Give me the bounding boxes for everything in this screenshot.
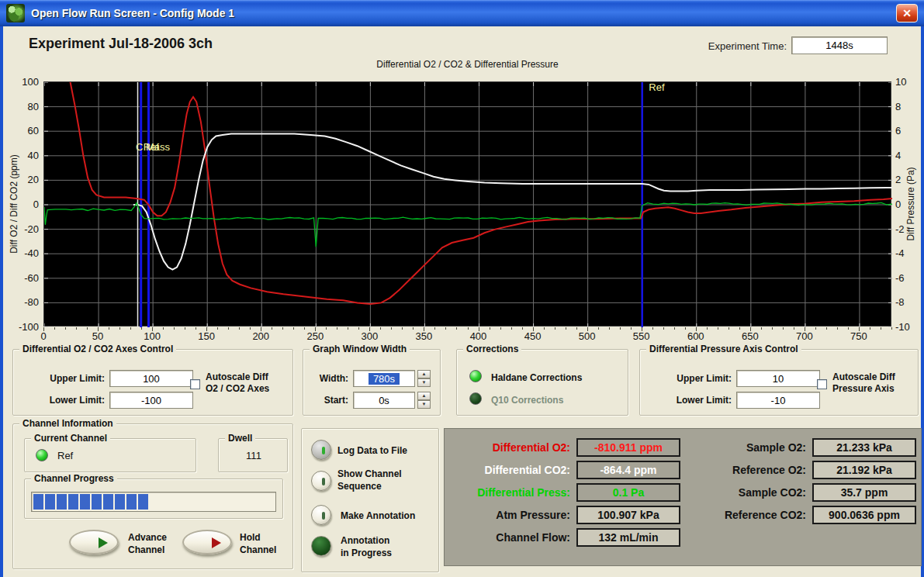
y-right-tick-label: 8 xyxy=(895,101,922,112)
progress-segment xyxy=(68,494,78,510)
x-minor-tick xyxy=(533,327,534,331)
readout-label: Reference CO2: xyxy=(677,509,806,521)
readout-value: 21.233 kPa xyxy=(812,438,916,457)
x-minor-tick xyxy=(413,327,414,330)
group-title: Dwell xyxy=(225,433,255,444)
x-minor-tick xyxy=(609,327,610,330)
x-tick-label: 100 xyxy=(137,330,168,342)
x-minor-tick xyxy=(728,327,729,330)
readout-value: 35.7 ppm xyxy=(812,483,916,502)
y-left-tick-label: 100 xyxy=(12,76,39,88)
y-right-tick-label: 4 xyxy=(895,150,922,161)
x-minor-tick xyxy=(837,327,838,330)
lower-limit-label: Lower Limit: xyxy=(646,395,732,406)
close-button[interactable]: ✕ xyxy=(896,4,918,22)
y-right-tick-label: -8 xyxy=(895,296,922,308)
x-minor-tick xyxy=(511,327,512,330)
x-minor-tick xyxy=(555,327,555,330)
x-minor-tick xyxy=(522,327,523,330)
start-spinner[interactable]: ▲ ▼ xyxy=(417,392,431,409)
advance-channel-button[interactable] xyxy=(69,530,119,555)
x-minor-tick xyxy=(250,327,251,330)
titlebar[interactable]: Open Flow Run Screen - Config Mode 1 ✕ xyxy=(0,0,924,26)
x-minor-tick xyxy=(468,327,469,330)
x-minor-tick xyxy=(391,327,392,330)
x-minor-tick xyxy=(174,327,175,330)
x-minor-tick xyxy=(434,327,435,330)
group-title: Differential O2 / CO2 Axes Control xyxy=(19,344,176,354)
x-minor-tick xyxy=(196,327,196,330)
x-minor-tick xyxy=(674,327,675,330)
readout-label: Sample CO2: xyxy=(677,486,806,499)
x-minor-tick xyxy=(870,327,870,330)
x-minor-tick xyxy=(402,327,403,330)
log-data-button[interactable] xyxy=(311,440,331,460)
group-dwell: Dwell 111 xyxy=(218,438,288,472)
experiment-time-field[interactable]: 1448s xyxy=(791,36,888,54)
experiment-time-label: Experiment Time: xyxy=(684,40,787,52)
log-data-label: Log Data to File xyxy=(337,444,407,457)
x-minor-tick xyxy=(479,327,479,331)
width-field[interactable]: 780s xyxy=(353,370,415,387)
upper-limit-field[interactable]: 100 xyxy=(109,370,193,387)
x-minor-tick xyxy=(239,327,240,330)
start-label: Start: xyxy=(310,395,348,406)
hold-channel-button[interactable] xyxy=(182,530,232,555)
window-title: Open Flow Run Screen - Config Mode 1 xyxy=(31,7,234,19)
x-minor-tick xyxy=(348,327,348,330)
x-minor-tick xyxy=(587,327,588,331)
width-spinner[interactable]: ▲ ▼ xyxy=(417,370,431,387)
haldane-corrections-label: Haldane Corrections xyxy=(491,372,582,384)
x-minor-tick xyxy=(707,327,708,330)
spin-up-icon[interactable]: ▲ xyxy=(417,392,431,400)
spin-down-icon[interactable]: ▼ xyxy=(417,400,431,409)
group-current-channel: Current Channel Ref xyxy=(24,438,196,472)
readout-value: -864.4 ppm xyxy=(576,461,680,479)
x-minor-tick xyxy=(228,327,229,330)
progress-segment xyxy=(138,494,148,510)
x-minor-tick xyxy=(315,327,316,331)
show-channel-sequence-button[interactable] xyxy=(311,471,331,491)
group-graph-window-width: Graph Window Width Width: 780s ▲ ▼ Start… xyxy=(303,349,441,416)
lower-limit-field[interactable]: -10 xyxy=(736,392,820,409)
x-minor-tick xyxy=(337,327,337,330)
x-minor-tick xyxy=(891,327,892,330)
x-tick-label: 750 xyxy=(843,330,874,342)
app-window: Open Flow Run Screen - Config Mode 1 ✕ E… xyxy=(0,0,924,577)
upper-limit-field[interactable]: 10 xyxy=(736,370,820,387)
x-minor-tick xyxy=(642,327,642,331)
group-actions: Log Data to File Show Channel Sequence M… xyxy=(301,428,439,572)
x-minor-tick xyxy=(794,327,794,330)
q10-corrections-led[interactable] xyxy=(469,392,482,405)
autoscale-o2co2-checkbox[interactable] xyxy=(190,379,200,389)
y-left-tick-label: 80 xyxy=(12,101,39,112)
channel-progress-bar xyxy=(31,492,276,512)
lower-limit-field[interactable]: -100 xyxy=(109,392,193,409)
x-minor-tick xyxy=(109,327,109,330)
y-left-tick-label: 60 xyxy=(12,125,39,136)
make-annotation-button[interactable] xyxy=(311,505,331,525)
y-left-tick-label: -100 xyxy=(12,321,39,333)
x-minor-tick xyxy=(598,327,599,330)
x-tick-label: 700 xyxy=(789,330,820,342)
chart-marker-label: Ref xyxy=(144,141,160,153)
autoscale-pressure-checkbox[interactable] xyxy=(817,379,827,389)
x-minor-tick xyxy=(54,327,55,330)
current-channel-led xyxy=(36,449,48,461)
x-tick-label: 500 xyxy=(572,330,603,342)
spin-up-icon[interactable]: ▲ xyxy=(417,370,431,378)
x-minor-tick xyxy=(65,327,66,330)
x-minor-tick xyxy=(826,327,827,330)
readout-label: Differential O2: xyxy=(445,441,570,454)
haldane-corrections-led[interactable] xyxy=(469,370,482,382)
x-minor-tick xyxy=(272,327,272,330)
annotation-in-progress-led xyxy=(311,536,331,556)
progress-segment xyxy=(103,494,113,510)
group-title: Current Channel xyxy=(31,433,110,444)
start-field[interactable]: 0s xyxy=(353,392,415,409)
x-minor-tick xyxy=(98,327,99,331)
x-minor-tick xyxy=(805,327,805,331)
app-icon xyxy=(6,4,25,22)
group-channel-progress: Channel Progress xyxy=(24,479,283,519)
spin-down-icon[interactable]: ▼ xyxy=(417,378,431,387)
